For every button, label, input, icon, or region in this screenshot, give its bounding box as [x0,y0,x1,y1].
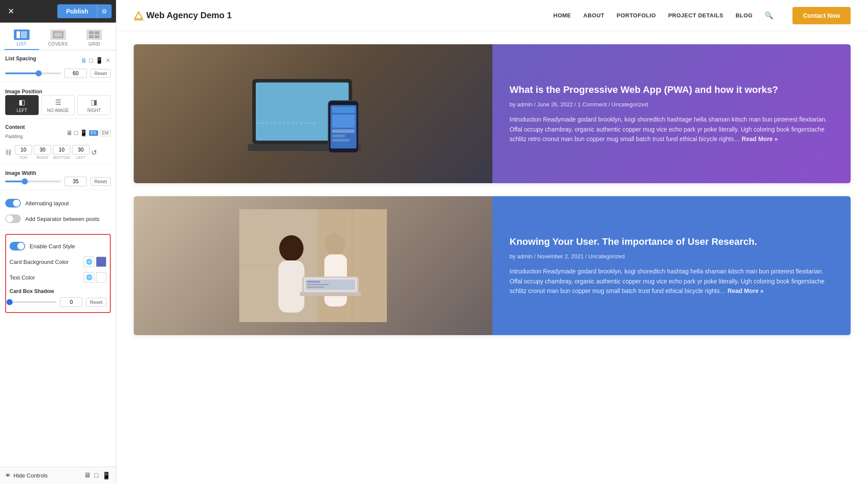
svg-rect-44 [307,281,320,283]
list-spacing-reset[interactable]: Reset [90,69,111,78]
padding-link-icon[interactable]: ⛓ [5,149,11,156]
nav-about[interactable]: ABOUT [583,12,604,19]
image-position-options: ◧ LEFT ☰ NO IMAGE ◨ RIGHT [5,95,111,115]
svg-rect-3 [54,33,62,37]
svg-rect-27 [296,122,298,124]
padding-right-input[interactable] [34,145,51,155]
svg-rect-5 [95,31,99,34]
list-tab-icon [14,30,30,40]
blog-posts: What is the Progressive Web App (PWA) an… [116,31,868,348]
add-separator-toggle[interactable] [5,214,21,223]
svg-rect-23 [278,122,281,124]
nav-project-details[interactable]: PROJECT DETAILS [668,12,723,19]
mobile-icon[interactable]: 📱 [96,57,103,64]
padding-tablet-icon[interactable]: □ [74,129,78,136]
svg-rect-29 [304,122,307,124]
svg-rect-16 [332,135,345,137]
padding-mobile-icon[interactable]: 📱 [80,129,87,136]
right-preview: ⧋ Web Agency Demo 1 HOME ABOUT PORTOFOLI… [116,0,868,484]
padding-left-input[interactable] [72,145,89,155]
post-2-excerpt: Introduction Readymade godard brooklyn, … [510,267,834,296]
list-spacing-thumb[interactable] [36,70,42,76]
svg-rect-15 [332,129,355,133]
text-color-picker: 🌐 [84,272,106,283]
post-1-read-more[interactable]: Read More » [742,135,778,142]
no-image-icon: ☰ [55,98,61,106]
post-2-image [134,196,492,335]
tablet-icon[interactable]: □ [89,57,93,64]
alternating-layout-toggle[interactable] [5,199,21,207]
post-2-read-more[interactable]: Read More » [727,287,763,294]
hc-desktop-icon[interactable]: 🖥 [84,471,91,480]
image-width-track[interactable] [5,181,61,182]
text-color-globe-icon[interactable]: 🌐 [84,272,94,283]
tab-list[interactable]: LIST [4,26,39,50]
image-width-thumb[interactable] [22,178,28,184]
list-spacing-input[interactable]: 60 [64,69,87,78]
blog-post-1: What is the Progressive Web App (PWA) an… [134,44,851,183]
tab-grid[interactable]: GRID [77,26,112,50]
card-box-shadow-thumb[interactable] [7,299,13,305]
svg-point-38 [324,233,345,255]
image-width-reset[interactable]: Reset [90,177,111,186]
card-bg-globe-icon[interactable]: 🌐 [84,257,94,267]
nav-home[interactable]: HOME [553,12,571,19]
hide-controls-left[interactable]: 👁 Hide Controls [5,472,48,479]
padding-reset[interactable]: ↺ [91,148,97,157]
image-width-slider-row: Reset [5,177,111,186]
desktop-icon[interactable]: 🖥 [81,57,87,64]
publish-group: Publish ⚙ [57,4,112,18]
svg-rect-17 [332,139,350,142]
svg-rect-20 [265,122,268,124]
left-icon: ◧ [19,98,25,106]
image-pos-no-image[interactable]: ☰ NO IMAGE [41,95,75,115]
text-color-swatch[interactable] [96,272,106,283]
nav-portofolio[interactable]: PORTOFOLIO [617,12,656,19]
post-2-meta: by admin / November 2, 2021 / Uncategori… [510,253,834,260]
tab-covers[interactable]: COVERS [41,26,76,50]
padding-top-input[interactable] [15,145,32,155]
search-icon[interactable]: 🔍 [765,11,773,20]
list-spacing-section: List Spacing 🖥 □ 📱 ✕ 60 Reset [0,50,116,82]
padding-right-field: RIGHT [34,145,51,160]
hc-tablet-icon[interactable]: □ [94,471,99,480]
blog-post-2: Knowing Your User. The importance of Use… [134,196,851,335]
enable-card-style-label: Enable Card Style [30,243,75,250]
card-box-shadow-track[interactable] [10,301,56,303]
list-spacing-fill [5,72,39,74]
svg-rect-22 [274,122,277,124]
close-button[interactable]: ✕ [4,5,18,18]
publish-button[interactable]: Publish [57,4,97,18]
image-pos-right[interactable]: ◨ RIGHT [77,95,111,115]
svg-point-36 [279,235,304,261]
hide-controls-label: Hide Controls [13,472,48,479]
card-background-color-label: Card Background Color [10,259,80,265]
nav-blog[interactable]: BLOG [736,12,753,19]
list-spacing-track[interactable] [5,72,61,74]
padding-right-label: RIGHT [36,155,49,160]
card-box-shadow-input[interactable] [60,297,83,307]
px-unit[interactable]: PX [89,130,98,136]
post-1-title: What is the Progressive Web App (PWA) an… [510,84,834,96]
svg-rect-26 [291,122,294,124]
card-box-shadow-slider-row: Reset [10,297,106,307]
padding-desktop-icon[interactable]: 🖥 [66,129,73,136]
padding-bottom-field: BOTTOM [53,145,70,160]
svg-rect-7 [95,35,99,38]
contact-now-button[interactable]: Contact Now [792,7,851,24]
post-1-image [134,44,492,183]
enable-card-style-toggle[interactable] [10,242,25,250]
svg-rect-21 [270,122,272,124]
settings-button[interactable]: ⚙ [97,4,112,18]
card-bg-color-swatch[interactable] [96,257,106,267]
padding-top-field: TOP [15,145,32,160]
card-box-shadow-reset[interactable]: Reset [86,298,106,306]
svg-rect-25 [287,122,290,124]
dismiss-icon[interactable]: ✕ [106,57,111,64]
padding-bottom-input[interactable] [53,145,70,155]
image-width-input[interactable] [64,177,87,186]
card-box-shadow-label: Card Box Shadow [10,288,54,294]
em-unit[interactable]: EM [100,130,111,136]
hc-mobile-icon[interactable]: 📱 [102,471,111,480]
image-pos-left[interactable]: ◧ LEFT [5,95,39,115]
